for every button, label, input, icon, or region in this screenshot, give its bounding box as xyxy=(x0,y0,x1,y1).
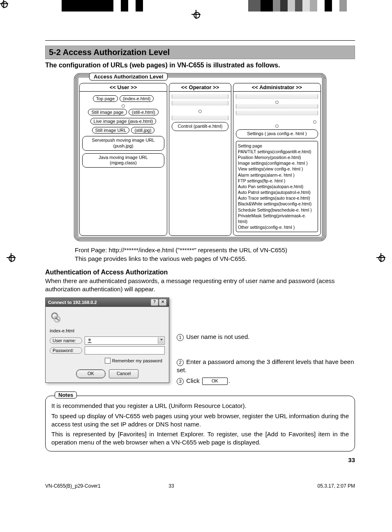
notes-box: Notes It is recommended that you registe… xyxy=(45,396,355,451)
registration-mark-bottom xyxy=(242,482,249,490)
intro-text: The configuration of URLs (web pages) in… xyxy=(45,62,355,69)
step-number-1: 1 xyxy=(177,334,184,341)
step-1-text: User name is not used. xyxy=(186,333,249,340)
column-user: << User >> Top page (index-e.html) Still… xyxy=(79,83,167,236)
notes-p1: It is recommended that you register a UR… xyxy=(51,402,349,410)
settings-item: FTP settings(ftp-e. html ) xyxy=(238,178,316,184)
notes-p3: This is represented by [Favorites] in In… xyxy=(51,430,349,447)
section-title: 5-2 Access Authorization Level xyxy=(45,46,355,59)
pill: Still image page xyxy=(88,109,127,115)
registration-mark-right xyxy=(377,254,385,261)
svg-point-3 xyxy=(88,339,91,341)
notes-label: Notes xyxy=(55,392,77,398)
settings-list: Setting page PAN/TILT settings(configpan… xyxy=(236,141,318,233)
username-label: User name: xyxy=(50,337,82,344)
auth-level-diagram: Access Authorization Level << User >> To… xyxy=(74,73,326,241)
column-admin-head: << Administrator >> xyxy=(233,83,321,92)
remember-checkbox[interactable] xyxy=(105,358,111,364)
settings-item: PrivateMask Setting(privatemask-e. html) xyxy=(238,213,316,224)
registration-mark-left xyxy=(7,254,15,261)
settings-header: Setting page xyxy=(238,143,316,149)
page-number: 33 xyxy=(45,456,355,463)
diagram-legend: Access Authorization Level xyxy=(89,73,168,81)
keys-icon xyxy=(49,310,65,327)
inline-ok-button: OK xyxy=(202,378,228,385)
ok-button[interactable]: OK xyxy=(76,369,106,378)
step-number-3: 3 xyxy=(177,378,184,385)
pill: (still-e.html) xyxy=(129,109,159,115)
settings-item: Image settings(configimage-e. html ) xyxy=(238,160,316,166)
instruction-steps: 1 User name is not used. 2 Enter a passw… xyxy=(177,333,355,385)
dialog-realm: index-e.html xyxy=(50,328,165,333)
pill: Java moving image URL (mjpeg.class) xyxy=(82,153,164,168)
caption-line-2: This page provides links to the various … xyxy=(75,255,355,263)
cancel-button[interactable]: Cancel xyxy=(109,369,138,378)
settings-item: Schedule Setting(bwschedule-e. html ) xyxy=(238,207,316,213)
dialog-titlebar: Connect to 192.168.0.2 ? ✕ xyxy=(46,298,169,307)
auth-body: When there are authenticated passwords, … xyxy=(45,277,355,294)
password-label: Password: xyxy=(50,347,82,354)
column-operator-head: << Operator >> xyxy=(169,83,231,92)
user-icon xyxy=(87,338,92,343)
dialog-title-text: Connect to 192.168.0.2 xyxy=(48,300,97,305)
pill-settings: Settings ( java config-e. html ) xyxy=(236,129,318,138)
settings-item: Auto Trace settings(auto trace-e.html) xyxy=(238,195,316,201)
pill-control: Control (pantilt-e.html) xyxy=(172,122,228,131)
auth-dialog: Connect to 192.168.0.2 ? ✕ index-e.html … xyxy=(45,297,169,383)
settings-item: Auto Pan settings(autopan-e.html) xyxy=(238,184,316,189)
footer-center: 33 xyxy=(168,483,174,489)
pill: Live image page (java-e.html) xyxy=(90,118,157,124)
notes-p2: To speed up display of VN-C655 web pages… xyxy=(51,412,349,429)
registration-mark-top xyxy=(192,11,200,18)
pill: (index-e.html) xyxy=(120,95,154,102)
pill: Serverpush moving image URL (push.jpg) xyxy=(82,136,164,151)
help-button[interactable]: ? xyxy=(151,299,158,306)
remember-label: Remember my password xyxy=(112,358,162,363)
step-2-text: Enter a password among the 3 different l… xyxy=(177,358,354,373)
settings-item: Position Memory(position-e.html) xyxy=(238,154,316,160)
caption-line-1: Front Page: http://******/index-e.html (… xyxy=(75,246,355,254)
settings-item: Black&White settings(bwconfig-e.html) xyxy=(238,201,316,207)
pill: (still.jpg) xyxy=(131,127,154,134)
step-3-text-b: . xyxy=(228,377,230,384)
settings-item: View settings(view config-e. html ) xyxy=(238,166,316,172)
print-footer: VN-C655(B)_p29-Cover1 33 05.3.17, 2:07 P… xyxy=(45,482,355,490)
step-number-2: 2 xyxy=(177,359,184,366)
settings-item: Auto Patrol settings(autopatrol-e.html) xyxy=(238,189,316,195)
settings-item: Other settings(config-e. html ) xyxy=(238,224,316,230)
password-field[interactable] xyxy=(85,346,165,355)
username-field[interactable] xyxy=(85,336,165,345)
pill: Top page xyxy=(93,95,118,102)
column-admin: << Administrator >> Settings ( java conf… xyxy=(233,83,321,236)
step-3-text-a: Click xyxy=(186,377,200,384)
close-button[interactable]: ✕ xyxy=(159,299,166,306)
auth-heading: Authentication of Access Authorization xyxy=(45,269,355,276)
footer-left: VN-C655(B)_p29-Cover1 xyxy=(45,483,101,489)
footer-right: 05.3.17, 2:07 PM xyxy=(318,483,355,489)
settings-item: PAN/TILT settings(configpantilt-e.html) xyxy=(238,149,316,154)
pill: Still image URL xyxy=(92,127,130,134)
column-user-head: << User >> xyxy=(80,83,167,92)
column-operator: << Operator >> Control (pantilt-e.html) xyxy=(169,83,231,236)
settings-item: Alarm settings(alarm-e. html ) xyxy=(238,172,316,178)
